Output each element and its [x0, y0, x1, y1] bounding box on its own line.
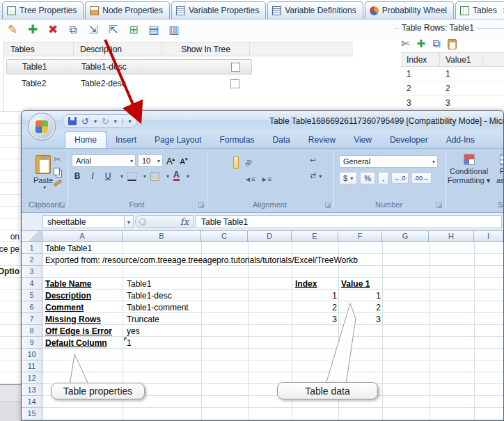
row-header[interactable]: 11 — [22, 360, 42, 372]
font-dialog-launcher-icon[interactable] — [198, 202, 204, 208]
row-header[interactable]: 6 — [22, 301, 42, 313]
merge-center-icon[interactable]: ⇄▾ — [310, 171, 322, 180]
increase-indent-icon[interactable]: ►≡ — [261, 175, 272, 183]
duplicate-table-icon[interactable]: ⧉ — [66, 23, 80, 37]
column-header-h[interactable]: H — [429, 231, 474, 242]
paste-row-icon[interactable] — [448, 39, 457, 49]
alignment-dialog-launcher-icon[interactable] — [325, 202, 331, 208]
row-header[interactable]: 2 — [22, 254, 42, 266]
font-family-select[interactable]: Arial▾ — [72, 154, 136, 167]
copy-icon[interactable] — [54, 168, 60, 175]
column-header-i[interactable]: I — [474, 231, 503, 242]
select-all-corner[interactable] — [22, 231, 42, 242]
tab-probability-wheel[interactable]: Probability Wheel — [365, 1, 454, 19]
row-header[interactable]: 1 — [22, 242, 42, 254]
export-table-icon[interactable]: ⇱ — [107, 23, 120, 37]
number-dialog-launcher-icon[interactable] — [436, 202, 442, 208]
column-header-c[interactable]: C — [201, 231, 248, 242]
number-format-select[interactable]: General▾ — [339, 155, 438, 168]
align-top-icon[interactable] — [211, 156, 216, 169]
office-button[interactable] — [28, 113, 56, 141]
row-header[interactable]: 12 — [22, 372, 42, 384]
column-header-index[interactable]: Index — [401, 53, 440, 66]
row-header[interactable]: 8 — [22, 325, 42, 337]
cell-f5[interactable]: 1 — [339, 290, 381, 301]
cell-e6[interactable]: 2 — [295, 302, 337, 313]
fill-color-icon[interactable] — [150, 172, 159, 181]
conditional-formatting-button[interactable]: ConditionalFormatting ▾ — [448, 154, 490, 185]
font-color-dropdown-icon[interactable]: ▾ — [187, 173, 189, 180]
qat-customize-icon[interactable]: ▾ — [128, 118, 131, 125]
ribbon-tab-review[interactable]: Review — [299, 132, 345, 148]
insert-function-area[interactable]: fx — [135, 215, 194, 228]
name-box[interactable]: sheettable — [42, 215, 125, 228]
name-box-dropdown-icon[interactable]: ▾ — [125, 215, 134, 228]
undo-dropdown-icon[interactable]: ▾ — [94, 118, 97, 125]
row-2[interactable]: 2 2 — [401, 81, 504, 96]
cell-a4[interactable]: Table Name — [45, 278, 91, 289]
row-header[interactable]: 9 — [22, 337, 42, 349]
row-1[interactable]: 1 1 — [401, 67, 504, 81]
ribbon-tab-formulas[interactable]: Formulas — [210, 132, 263, 148]
ribbon-tab-insert[interactable]: Insert — [107, 132, 145, 148]
row-header[interactable]: 14 — [22, 396, 42, 408]
open-excel-workbook-icon[interactable]: ▤ — [147, 23, 161, 37]
cell-a7[interactable]: Missing Rows — [45, 314, 101, 325]
edit-table-icon[interactable]: ✎ — [6, 23, 19, 37]
redo-dropdown-icon[interactable]: ▾ — [114, 118, 117, 125]
underline-dropdown-icon[interactable]: ▾ — [120, 173, 123, 180]
tab-node-properties[interactable]: Node Properties — [85, 1, 170, 19]
align-center-icon[interactable] — [222, 173, 228, 186]
row-header[interactable]: 10 — [22, 349, 42, 360]
undo-icon[interactable]: ↺ — [81, 116, 89, 127]
import-table-icon[interactable]: ⇲ — [86, 23, 100, 37]
decrease-indent-icon[interactable]: ◄≡ — [244, 175, 255, 183]
cell-e5[interactable]: 1 — [295, 290, 337, 301]
align-middle-icon[interactable] — [222, 156, 228, 169]
copy-row-icon[interactable]: ⧉ — [432, 38, 440, 50]
cut-icon[interactable]: ✂ — [54, 154, 62, 164]
decrease-decimal-icon[interactable]: .00→ — [411, 173, 432, 184]
formula-input[interactable]: Table Table1 — [196, 215, 502, 228]
cell-a9[interactable]: Default Column — [45, 337, 107, 349]
tab-variable-definitions[interactable]: Variable Definitions — [267, 1, 363, 19]
cell-e7[interactable]: 3 — [295, 314, 337, 325]
add-row-icon[interactable]: ✚ — [417, 38, 426, 50]
column-header-d[interactable]: D — [248, 231, 292, 242]
row-header[interactable]: 5 — [22, 289, 42, 301]
add-table-icon[interactable]: ✚ — [26, 23, 40, 37]
align-right-icon[interactable] — [233, 173, 239, 186]
column-header-tables[interactable]: Tables — [4, 42, 74, 56]
align-bottom-icon[interactable] — [233, 156, 239, 169]
ribbon-tab-add-ins[interactable]: Add-Ins — [437, 132, 484, 148]
shrink-font-button[interactable]: A▾ — [178, 157, 189, 166]
cell-b7[interactable]: Truncate — [127, 314, 159, 325]
cut-row-icon[interactable]: ✄ — [401, 38, 410, 50]
column-header-g[interactable]: G — [382, 231, 429, 242]
column-header-description[interactable]: Description — [74, 42, 162, 56]
cell-b4[interactable]: Table1 — [127, 278, 151, 289]
column-header-f[interactable]: F — [338, 231, 382, 242]
row-header[interactable]: 7 — [22, 313, 42, 325]
column-header-a[interactable]: A — [42, 231, 123, 242]
ribbon-tab-view[interactable]: View — [345, 132, 381, 148]
row-header[interactable]: 13 — [22, 384, 42, 396]
column-header-show-in-tree[interactable]: Show In Tree — [162, 42, 250, 56]
cell-e4[interactable]: Index — [295, 278, 317, 289]
show-in-tree-checkbox[interactable] — [230, 79, 239, 88]
cell-b6[interactable]: Table1-comment — [127, 302, 189, 313]
table-row-table2[interactable]: Table2 Table2-desc — [6, 76, 251, 91]
comma-button[interactable]: , — [378, 172, 388, 184]
tab-tables[interactable]: Tables ✕ — [455, 1, 504, 19]
cell-f7[interactable]: 3 — [339, 314, 381, 325]
column-header-e[interactable]: E — [292, 231, 338, 242]
font-size-select[interactable]: 10▾ — [138, 154, 163, 167]
fx-icon[interactable]: fx — [180, 216, 189, 227]
export-to-excel-icon[interactable]: ⊞ — [127, 23, 141, 37]
cell-b5[interactable]: Table1-desc — [127, 290, 172, 301]
redo-icon[interactable]: ↻ — [102, 116, 109, 127]
row-header[interactable]: 3 — [22, 266, 42, 278]
currency-button[interactable]: $▾ — [339, 172, 357, 184]
tab-tree-properties[interactable]: Tree Properties — [2, 1, 84, 19]
fill-dropdown-icon[interactable]: ▾ — [166, 173, 169, 180]
